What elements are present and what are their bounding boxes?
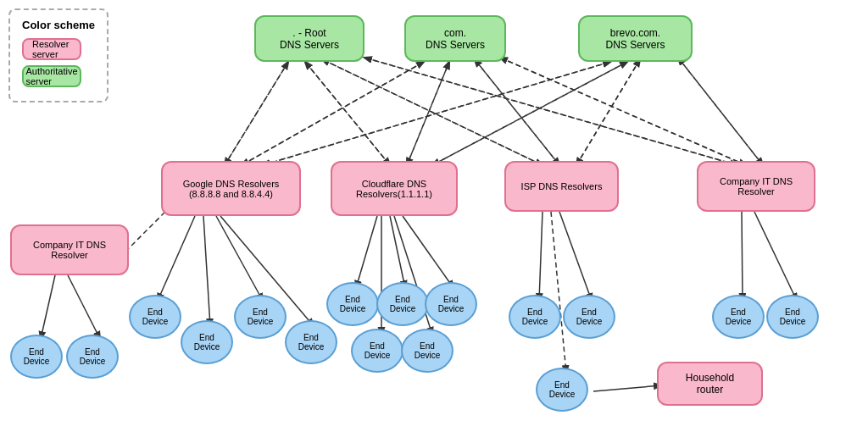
svg-line-23 [678, 58, 763, 165]
legend-resolver: Resolver server [22, 38, 95, 60]
legend-box: Color scheme Resolver server Authoritati… [8, 8, 108, 102]
svg-line-8 [242, 62, 424, 165]
end-device-isp2: EndDevice [563, 295, 615, 339]
svg-line-11 [407, 62, 449, 165]
end-device-isp1: EndDevice [509, 295, 561, 339]
legend-resolver-color: Resolver server [22, 38, 81, 60]
end-device-cf4: EndDevice [351, 329, 403, 373]
svg-line-40 [41, 275, 55, 339]
svg-line-31 [403, 216, 453, 288]
isp-resolver: ISP DNS Resolvers [504, 161, 619, 212]
legend-auth: Authoritative server [22, 65, 95, 87]
company-left-resolver: Company IT DNS Resolver [10, 224, 129, 275]
end-device-isp3: EndDevice [536, 368, 588, 412]
svg-line-2 [305, 62, 390, 165]
svg-line-36 [551, 212, 566, 373]
end-device-g3: EndDevice [234, 295, 287, 339]
diagram: Color scheme Resolver server Authoritati… [0, 0, 868, 443]
google-resolver: Google DNS Resolvers (8.8.8.8 and 8.8.4.… [161, 161, 301, 216]
svg-line-41 [68, 275, 100, 339]
svg-line-4 [322, 59, 542, 165]
svg-line-7 [364, 58, 737, 165]
svg-line-13 [475, 59, 559, 165]
svg-line-30 [390, 216, 405, 288]
household-router: Household router [657, 362, 763, 406]
svg-line-26 [203, 216, 210, 326]
svg-line-14 [500, 58, 746, 165]
svg-line-1 [225, 62, 288, 165]
end-device-g4: EndDevice [285, 320, 337, 364]
svg-line-39 [754, 212, 797, 301]
end-device-cr2: EndDevice [766, 295, 819, 339]
brevo-dns-server: brevo.com. DNS Servers [578, 15, 693, 62]
end-device-g1: EndDevice [129, 295, 181, 339]
svg-line-12 [475, 59, 559, 165]
svg-line-19 [432, 62, 627, 165]
company-right-resolver: Company IT DNS Resolver [697, 161, 815, 212]
legend-auth-color: Authoritative server [22, 65, 81, 87]
svg-line-27 [216, 216, 263, 301]
svg-line-20 [576, 59, 640, 165]
svg-line-21 [576, 59, 640, 165]
svg-line-10 [407, 62, 449, 165]
svg-line-16 [263, 62, 610, 165]
end-device-cr1: EndDevice [712, 295, 765, 339]
svg-line-5 [322, 59, 542, 165]
end-device-cf2: EndDevice [376, 282, 429, 326]
end-device-cf3: EndDevice [425, 282, 477, 326]
svg-line-34 [539, 212, 542, 301]
svg-line-6 [364, 58, 737, 165]
svg-line-35 [559, 212, 592, 301]
svg-line-18 [432, 62, 627, 165]
svg-line-38 [742, 212, 743, 301]
end-device-cl2: EndDevice [66, 335, 119, 379]
svg-line-3 [305, 62, 390, 165]
svg-line-25 [158, 216, 195, 301]
svg-line-0 [225, 62, 288, 165]
svg-line-22 [678, 58, 763, 165]
cloudflare-resolver: Cloudflare DNS Resolvers(1.1.1.1) [331, 161, 458, 216]
end-device-g2: EndDevice [181, 320, 233, 364]
root-dns-server: . - Root DNS Servers [254, 15, 364, 62]
end-device-cf5: EndDevice [401, 329, 453, 373]
svg-line-37 [593, 385, 661, 391]
svg-line-9 [242, 62, 424, 165]
svg-line-17 [263, 62, 610, 165]
com-dns-server: com. DNS Servers [404, 15, 506, 62]
legend-title: Color scheme [22, 19, 95, 31]
end-device-cf1: EndDevice [326, 282, 379, 326]
end-device-cl1: EndDevice [10, 335, 63, 379]
svg-line-15 [500, 58, 746, 165]
svg-line-29 [356, 216, 377, 288]
